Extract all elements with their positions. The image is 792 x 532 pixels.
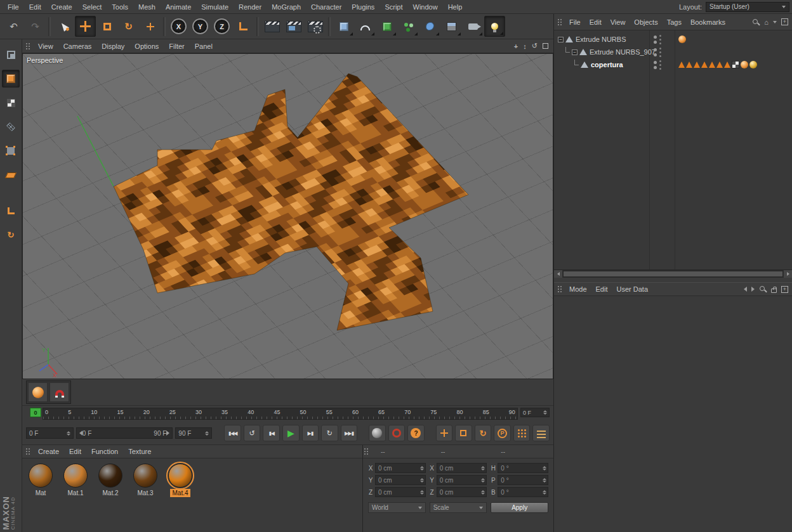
- viewport-menu-item[interactable]: Options: [129, 42, 164, 50]
- material-menu-item[interactable]: Edit: [64, 448, 86, 455]
- material-item[interactable]: Mat.3: [131, 464, 160, 497]
- render-settings-button[interactable]: [305, 16, 326, 37]
- history-back-icon[interactable]: [744, 287, 747, 292]
- make-editable-button[interactable]: [2, 46, 20, 63]
- plus-icon[interactable]: +: [781, 18, 788, 25]
- chevron-down-icon[interactable]: [773, 21, 777, 23]
- range-right-arrow-icon[interactable]: [166, 431, 169, 436]
- history-forward-icon[interactable]: [751, 287, 755, 292]
- menu-item[interactable]: Create: [46, 3, 77, 11]
- polygons-mode-button[interactable]: [2, 166, 20, 184]
- search-icon[interactable]: [752, 18, 760, 26]
- stepper-icon[interactable]: [420, 466, 424, 470]
- menu-item[interactable]: File: [3, 3, 24, 11]
- render-view-button[interactable]: [261, 16, 282, 37]
- workplane-mode-button[interactable]: [2, 118, 20, 136]
- redo-button[interactable]: ↷: [25, 16, 46, 37]
- material-menu-item[interactable]: Texture: [123, 448, 156, 455]
- phong-tag-icon[interactable]: [686, 62, 692, 68]
- viewport-menu-item[interactable]: Cameras: [58, 42, 97, 50]
- material-item[interactable]: Mat.2: [96, 464, 125, 497]
- phong-tag-icon[interactable]: [694, 62, 700, 68]
- material-preview-sphere[interactable]: [98, 464, 122, 488]
- add-spline-button[interactable]: [355, 16, 376, 37]
- menu-item[interactable]: Help: [443, 3, 468, 11]
- object-manager-menu-item[interactable]: View: [606, 18, 630, 26]
- add-deformer-button[interactable]: [419, 16, 440, 37]
- record-keyframe-button[interactable]: [388, 425, 406, 441]
- phong-tag-icon[interactable]: [678, 62, 685, 68]
- object-manager-menu-item[interactable]: Objects: [630, 18, 662, 26]
- tag-list[interactable]: [678, 61, 757, 68]
- axis-mode-button[interactable]: [2, 202, 20, 219]
- object-label[interactable]: Extrude NURBS: [576, 36, 626, 43]
- object-row-copertura[interactable]: copertura: [554, 58, 792, 71]
- position-group-header[interactable]: --: [373, 448, 433, 455]
- visibility-dots[interactable]: [654, 35, 661, 44]
- panel-grip-icon[interactable]: [557, 18, 562, 26]
- object-label[interactable]: Extrude NURBS_907: [590, 48, 656, 56]
- phong-tag-icon[interactable]: [716, 62, 723, 68]
- goto-start-button[interactable]: ▮◀◀: [224, 425, 241, 441]
- scroll-right-icon[interactable]: [784, 270, 792, 278]
- pan-view-icon[interactable]: +: [514, 42, 518, 50]
- stepper-icon[interactable]: [543, 478, 546, 483]
- normal-mode-button[interactable]: ↻: [2, 226, 20, 243]
- material-tag-icon[interactable]: [741, 61, 748, 68]
- phong-tag-icon[interactable]: [724, 62, 730, 68]
- material-menu-item[interactable]: Function: [86, 448, 123, 455]
- menu-item[interactable]: Animate: [161, 3, 196, 11]
- layer-dot-icon[interactable]: [659, 35, 661, 44]
- phong-tag-icon[interactable]: [701, 62, 708, 68]
- material-preview-sphere[interactable]: [133, 464, 157, 488]
- x-axis-lock-button[interactable]: X: [168, 16, 189, 37]
- position-y-input[interactable]: 0 cm: [375, 475, 426, 485]
- tag-list[interactable]: [678, 36, 686, 43]
- viewport-menu-item[interactable]: Panel: [190, 42, 218, 50]
- material-preview-sphere[interactable]: [29, 464, 53, 488]
- snap-magnet-button[interactable]: [50, 382, 69, 402]
- material-tag-icon[interactable]: [749, 61, 757, 68]
- rotation-b-input[interactable]: 0 °: [498, 487, 548, 497]
- object-manager-menu-item[interactable]: Bookmarks: [686, 18, 730, 26]
- material-item[interactable]: Mat.1: [61, 464, 90, 497]
- menu-item[interactable]: Mesh: [133, 3, 161, 11]
- panel-grip-icon[interactable]: [25, 42, 30, 50]
- size-group-header[interactable]: --: [433, 448, 494, 455]
- render-picture-viewer-button[interactable]: [283, 16, 304, 37]
- texture-mode-button[interactable]: [2, 94, 20, 112]
- phong-tag-icon[interactable]: [709, 62, 715, 68]
- stepper-icon[interactable]: [67, 431, 70, 436]
- object-manager-menu-item[interactable]: File: [565, 18, 585, 26]
- mode-select[interactable]: Scale: [430, 502, 487, 513]
- next-frame-button[interactable]: ▶▮: [302, 425, 319, 441]
- stepper-icon[interactable]: [481, 466, 485, 470]
- point-level-animation-toggle[interactable]: [513, 425, 531, 441]
- material-preview-sphere[interactable]: [168, 464, 192, 488]
- keyframe-ball-button[interactable]: [28, 382, 48, 402]
- timeline-window-button[interactable]: [532, 425, 550, 441]
- play-backwards-button[interactable]: ↺: [244, 425, 261, 441]
- search-icon[interactable]: [759, 285, 767, 293]
- panel-grip-icon[interactable]: [557, 285, 562, 293]
- autokey-button[interactable]: ?: [407, 425, 425, 441]
- record-position-toggle[interactable]: [436, 425, 453, 441]
- visibility-dot-icon[interactable]: [654, 48, 657, 56]
- viewport-menu-item[interactable]: View: [33, 42, 58, 50]
- apply-button[interactable]: Apply: [491, 502, 548, 513]
- goto-end-button[interactable]: ▶▶▮: [341, 425, 358, 441]
- undo-button[interactable]: ↶: [3, 16, 24, 37]
- add-environment-button[interactable]: [441, 16, 462, 37]
- menu-item[interactable]: Tools: [107, 3, 133, 11]
- uvw-tag-icon[interactable]: [732, 61, 739, 68]
- scroll-left-icon[interactable]: [554, 270, 562, 278]
- stepper-icon[interactable]: [481, 478, 485, 483]
- stepper-icon[interactable]: [543, 410, 547, 415]
- visibility-dot-icon[interactable]: [654, 36, 657, 44]
- play-loop-button[interactable]: ↻: [321, 425, 338, 441]
- add-generator-button[interactable]: [376, 16, 397, 37]
- object-tree[interactable]: − Extrude NURBS − Extrude NURBS_907: [554, 30, 792, 269]
- move-tool-button[interactable]: [75, 16, 96, 37]
- viewport-canvas[interactable]: Y X Perspective: [22, 53, 553, 379]
- add-light-button[interactable]: [484, 16, 505, 37]
